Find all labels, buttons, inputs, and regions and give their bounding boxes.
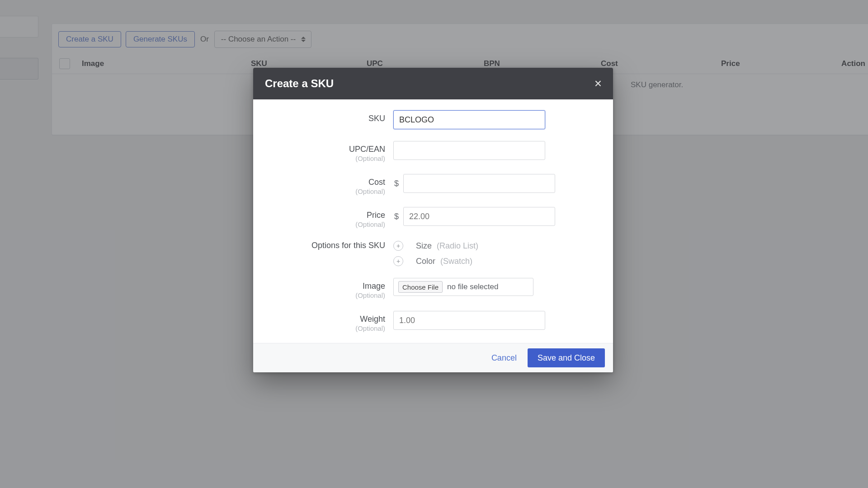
create-sku-modal: Create a SKU × SKU UPC/EAN (Optional) (253, 68, 613, 372)
optional-upc: (Optional) (267, 155, 385, 162)
label-upc: UPC/EAN (349, 145, 385, 154)
plus-icon: + (393, 241, 403, 251)
row-options: Options for this SKU + Size (Radio List)… (267, 240, 595, 266)
modal-body: SKU UPC/EAN (Optional) Cost (Optional) $ (253, 99, 613, 343)
option-name-size: Size (416, 241, 432, 250)
label-image: Image (363, 282, 385, 291)
optional-price: (Optional) (267, 221, 385, 228)
row-price: Price (Optional) $ (267, 207, 595, 228)
row-sku: SKU (267, 110, 595, 129)
sku-input[interactable] (393, 110, 545, 129)
cancel-button[interactable]: Cancel (488, 351, 520, 366)
modal-header: Create a SKU × (253, 68, 613, 99)
modal-footer: Cancel Save and Close (253, 343, 613, 372)
modal-title: Create a SKU (265, 77, 334, 90)
optional-cost: (Optional) (267, 188, 385, 195)
plus-icon: + (393, 256, 403, 266)
file-status: no file selected (447, 282, 498, 291)
label-options: Options for this SKU (311, 241, 385, 250)
label-sku: SKU (368, 114, 385, 123)
option-size[interactable]: + Size (Radio List) (393, 241, 478, 251)
row-upc: UPC/EAN (Optional) (267, 141, 595, 162)
currency-price: $ (393, 212, 400, 221)
optional-image: (Optional) (267, 291, 385, 299)
row-image: Image (Optional) Choose File no file sel… (267, 278, 595, 299)
option-type-color: (Swatch) (440, 257, 472, 266)
close-icon[interactable]: × (590, 76, 606, 91)
option-type-size: (Radio List) (437, 241, 478, 250)
option-color[interactable]: + Color (Swatch) (393, 256, 478, 266)
currency-cost: $ (393, 179, 400, 188)
cost-input[interactable] (403, 174, 555, 193)
upc-input[interactable] (393, 141, 545, 160)
optional-weight: (Optional) (267, 324, 385, 332)
row-cost: Cost (Optional) $ (267, 174, 595, 195)
weight-input[interactable] (393, 311, 545, 330)
save-button[interactable]: Save and Close (528, 348, 605, 367)
label-weight: Weight (360, 314, 385, 324)
label-price: Price (367, 211, 385, 220)
label-cost: Cost (368, 178, 385, 187)
options-list: + Size (Radio List) + Color (Swatch) (393, 241, 478, 266)
choose-file-button[interactable]: Choose File (398, 281, 443, 293)
option-name-color: Color (416, 257, 435, 266)
row-weight: Weight (Optional) (267, 311, 595, 332)
price-input[interactable] (403, 207, 555, 226)
image-file-input[interactable]: Choose File no file selected (393, 278, 533, 296)
